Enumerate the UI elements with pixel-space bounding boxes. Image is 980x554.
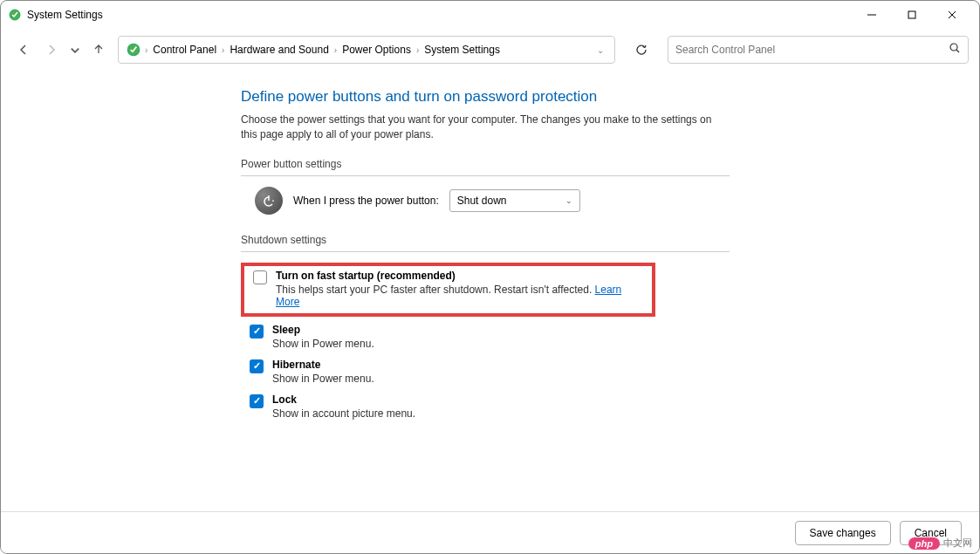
hibernate-checkbox[interactable] [250, 359, 264, 373]
hibernate-title: Hibernate [272, 359, 374, 371]
chevron-down-icon: ⌄ [565, 196, 572, 205]
fast-startup-checkbox[interactable] [253, 270, 267, 284]
lock-checkbox[interactable] [250, 394, 264, 408]
dropdown-value: Shut down [457, 195, 507, 207]
shutdown-options-list: Sleep Show in Power menu. Hibernate Show… [241, 322, 979, 421]
power-button-row: When I press the power button: Shut down… [241, 187, 979, 215]
content-area: Define power buttons and turn on passwor… [1, 71, 979, 421]
bottom-bar: Save changes Cancel php 中文网 [1, 511, 979, 553]
crumb-system-settings[interactable]: System Settings [419, 44, 505, 56]
save-button[interactable]: Save changes [795, 521, 891, 545]
app-icon [8, 8, 22, 22]
sleep-row: Sleep Show in Power menu. [241, 322, 979, 352]
refresh-button[interactable] [627, 36, 655, 64]
back-button[interactable] [11, 38, 36, 62]
crumb-power-options[interactable]: Power Options [337, 44, 416, 56]
fast-startup-row: Turn on fast startup (recommended) This … [253, 270, 643, 308]
watermark: php 中文网 [908, 537, 972, 550]
power-action-dropdown[interactable]: Shut down ⌄ [449, 189, 580, 212]
power-button-label: When I press the power button: [293, 195, 439, 207]
location-icon [126, 42, 141, 58]
search-icon[interactable] [949, 42, 961, 58]
highlighted-setting: Turn on fast startup (recommended) This … [241, 263, 655, 317]
page-description: Choose the power settings that you want … [241, 113, 730, 142]
nav-row: › Control Panel › Hardware and Sound › P… [1, 29, 979, 71]
svg-rect-2 [908, 11, 915, 18]
watermark-logo: php [908, 537, 940, 550]
crumb-control-panel[interactable]: Control Panel [147, 44, 222, 56]
up-button[interactable] [86, 38, 111, 62]
recent-dropdown[interactable] [67, 38, 83, 62]
lock-sub: Show in account picture menu. [272, 407, 415, 420]
section-divider [241, 175, 730, 176]
lock-title: Lock [272, 393, 415, 406]
search-input[interactable] [675, 44, 949, 56]
titlebar: System Settings [1, 1, 979, 29]
section-divider [241, 251, 730, 252]
power-icon [255, 187, 283, 215]
fast-startup-sub: This helps start your PC faster after sh… [276, 284, 643, 308]
breadcrumb[interactable]: › Control Panel › Hardware and Sound › P… [118, 36, 615, 64]
svg-point-6 [950, 44, 957, 51]
shutdown-section-header: Shutdown settings [241, 234, 979, 246]
sleep-title: Sleep [272, 324, 374, 336]
window-title: System Settings [27, 9, 852, 21]
lock-row: Lock Show in account picture menu. [241, 392, 979, 421]
watermark-text: 中文网 [943, 537, 972, 550]
hibernate-sub: Show in Power menu. [272, 373, 374, 385]
sleep-checkbox[interactable] [250, 325, 264, 339]
crumb-hardware-sound[interactable]: Hardware and Sound [224, 44, 333, 56]
page-heading: Define power buttons and turn on passwor… [241, 88, 979, 106]
forward-button[interactable] [39, 38, 64, 62]
fast-startup-title: Turn on fast startup (recommended) [276, 270, 643, 282]
minimize-button[interactable] [852, 1, 892, 29]
chevron-down-icon[interactable]: ⌄ [590, 45, 611, 55]
search-box[interactable] [668, 36, 969, 64]
hibernate-row: Hibernate Show in Power menu. [241, 357, 979, 386]
sleep-sub: Show in Power menu. [272, 338, 374, 350]
maximize-button[interactable] [892, 1, 932, 29]
power-section-header: Power button settings [241, 158, 979, 170]
svg-line-7 [956, 50, 959, 52]
window-controls [852, 1, 972, 29]
close-button[interactable] [932, 1, 972, 29]
